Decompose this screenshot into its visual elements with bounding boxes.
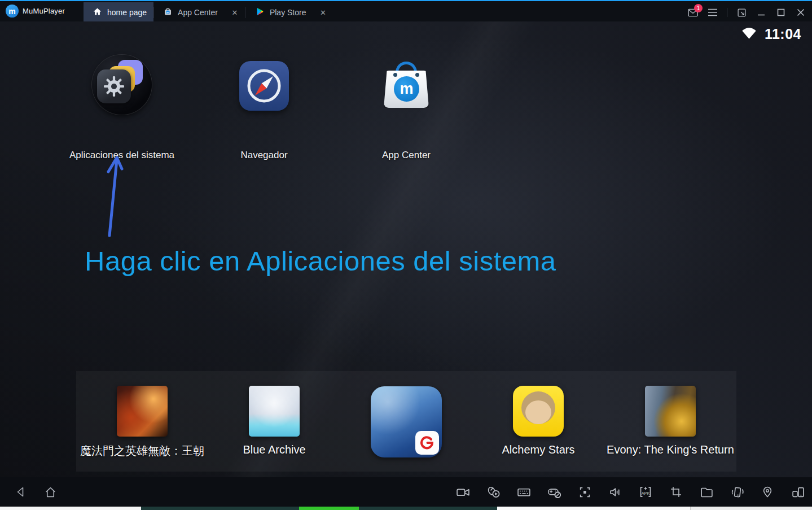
tab-label: App Center xyxy=(178,8,218,17)
alchemy-stars-game-icon xyxy=(513,386,564,437)
volume-icon[interactable] xyxy=(608,485,622,499)
annotation-arrow-icon xyxy=(100,153,126,242)
evony-game-icon xyxy=(645,386,696,437)
character-art xyxy=(525,400,551,424)
strip-segment xyxy=(359,507,497,510)
tab-play-store[interactable]: Play Store ✕ xyxy=(246,2,334,23)
strip-segment xyxy=(0,507,141,510)
app-label: App Center xyxy=(382,150,431,160)
menu-icon[interactable] xyxy=(707,7,718,18)
strip-segment xyxy=(299,507,359,510)
bag-hole xyxy=(393,73,397,77)
play-store-icon xyxy=(255,7,265,18)
brand: m MuMuPlayer xyxy=(6,5,65,18)
home-icon xyxy=(93,7,102,18)
free-fire-game-icon xyxy=(371,386,442,457)
minimize-icon[interactable] xyxy=(756,7,767,18)
dock-app-free-fire[interactable] xyxy=(340,371,472,472)
strip-segment xyxy=(497,507,690,510)
strip-segment xyxy=(690,507,812,510)
maximize-icon[interactable] xyxy=(775,7,787,18)
dock-panel: 魔法門之英雄無敵：王朝 Blue Archive Alchem xyxy=(76,371,736,472)
system-apps-folder-icon xyxy=(92,55,152,115)
dock-app-evony[interactable]: Evony: The King's Return xyxy=(604,371,736,472)
mumu-logo-icon: m xyxy=(394,76,419,102)
brand-name: MuMuPlayer xyxy=(23,7,65,15)
close-tab-icon[interactable]: ✕ xyxy=(231,8,239,17)
screen-record-icon[interactable] xyxy=(455,485,470,499)
emulator-toolbar: APK xyxy=(0,477,812,507)
keyboard-icon[interactable] xyxy=(516,485,531,499)
dock-app-blue-archive[interactable]: Blue Archive xyxy=(208,371,340,472)
status-bar: 11:04 xyxy=(741,26,801,42)
desktop-app-app-center[interactable]: m App Center xyxy=(353,55,460,111)
tab-label: home page xyxy=(107,8,147,17)
compass-browser-icon xyxy=(239,61,289,111)
mumu-player-window: m MuMuPlayer home page m xyxy=(0,0,812,510)
tool-buttons: APK xyxy=(455,477,805,507)
dock-app-heroes[interactable]: 魔法門之英雄無敵：王朝 xyxy=(76,371,208,472)
tab-home-page[interactable]: home page xyxy=(84,2,153,23)
dock-app-label: 魔法門之英雄無敵：王朝 xyxy=(80,443,204,459)
dock-app-label: Blue Archive xyxy=(243,443,305,456)
app-center-store-icon: m xyxy=(381,61,431,111)
tab-label: Play Store xyxy=(270,8,306,17)
bag-hole xyxy=(415,73,419,77)
app-center-bag-icon: m xyxy=(163,7,173,18)
strip-segment xyxy=(141,507,299,510)
fullscreen-icon[interactable] xyxy=(577,485,592,499)
close-icon[interactable] xyxy=(795,7,806,18)
wifi-icon xyxy=(741,27,757,42)
svg-text:m: m xyxy=(166,11,169,14)
shared-folder-icon[interactable] xyxy=(699,485,714,499)
status-clock: 11:04 xyxy=(765,26,801,42)
macro-recorder-icon[interactable] xyxy=(486,485,501,499)
desktop-app-system-apps[interactable]: Aplicaciones del sistema xyxy=(68,55,175,115)
settings-gear-icon xyxy=(97,69,131,103)
android-screen: 11:04 xyxy=(0,21,812,477)
resize-icon[interactable] xyxy=(736,7,747,18)
gamepad-disabled-icon[interactable] xyxy=(547,485,561,499)
apk-install-icon[interactable]: APK xyxy=(638,485,653,499)
titlebar: m MuMuPlayer home page m xyxy=(0,0,812,21)
mumu-logo-icon: m xyxy=(6,5,19,18)
tab-app-center[interactable]: m App Center ✕ xyxy=(154,2,245,23)
svg-text:APK: APK xyxy=(642,491,650,496)
dock-app-label: Alchemy Stars xyxy=(502,443,575,456)
close-tab-icon[interactable]: ✕ xyxy=(319,8,327,17)
garena-logo-icon xyxy=(415,431,439,455)
window-controls: 1 xyxy=(687,2,806,23)
tab-bar: home page m App Center ✕ xyxy=(84,2,333,23)
nav-buttons xyxy=(14,477,58,507)
dock-app-label: Evony: The King's Return xyxy=(607,443,734,456)
rotate-screen-icon[interactable] xyxy=(791,485,805,499)
home-nav-icon[interactable] xyxy=(43,485,58,499)
dock-app-alchemy-stars[interactable]: Alchemy Stars xyxy=(472,371,604,472)
shake-icon[interactable] xyxy=(730,485,744,499)
blue-archive-game-icon xyxy=(249,386,300,437)
app-label: Navegador xyxy=(240,150,287,160)
desktop-app-browser[interactable]: Navegador xyxy=(210,55,318,111)
location-icon[interactable] xyxy=(760,485,775,499)
notification-badge: 1 xyxy=(694,4,703,12)
screenshot-crop-icon[interactable] xyxy=(669,485,683,499)
annotation-text: Haga clic en Aplicaciones del sistema xyxy=(85,245,556,277)
back-icon[interactable] xyxy=(14,485,28,499)
messages-icon[interactable]: 1 xyxy=(687,7,699,18)
heroes-game-icon xyxy=(117,386,168,437)
controls-separator xyxy=(727,8,727,17)
background-window-strip xyxy=(0,507,812,510)
